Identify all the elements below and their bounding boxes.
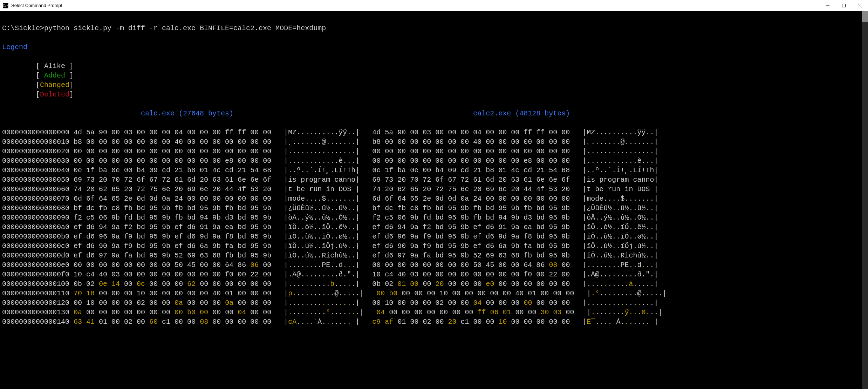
ascii-left: ................ (288, 147, 355, 155)
offset: 00000000000000f0 (2, 270, 69, 279)
offset: 0000000000000030 (2, 157, 69, 165)
hex-left: 00 10 00 00 00 02 00 00 0a 00 00 00 0a 0… (74, 299, 271, 307)
hex-left: 63 41 01 00 02 00 60 c1 00 00 08 00 00 0… (74, 318, 271, 326)
header-left: calc.exe (27648 bytes) (141, 109, 233, 118)
offset: 0000000000000130 (2, 308, 69, 316)
offset: 0000000000000110 (2, 289, 69, 297)
hex-left: 0a 00 00 00 00 00 00 00 00 b0 00 00 00 0… (74, 308, 271, 316)
hex-left: 4d 5a 90 00 03 00 00 00 04 00 00 00 ff f… (74, 128, 271, 136)
hex-right: f2 c5 06 9b fd bd 95 9b fb bd 94 9b d3 b… (372, 214, 570, 222)
ascii-right: mode....$....... (587, 195, 654, 203)
offset: 0000000000000120 (2, 299, 69, 307)
maximize-button[interactable] (836, 0, 852, 11)
terminal-area[interactable]: C:\Sickle>python sickle.py -m diff -r ca… (0, 11, 868, 389)
offset: 00000000000000a0 (2, 223, 69, 231)
hex-left: b8 00 00 00 00 00 00 00 40 00 00 00 00 0… (74, 138, 271, 146)
prompt: C:\Sickle>python sickle.py -m diff -r ca… (2, 24, 326, 32)
hexdump-row: 0000000000000080 bf dc fb c8 fb bd 95 9b… (2, 203, 866, 213)
legend-changed: Changed (40, 81, 69, 89)
ascii-right: ..........à..... (587, 280, 654, 288)
title-bar: C:\ Select Command Prompt (0, 0, 868, 11)
legend-deleted: Deleted (40, 90, 69, 99)
ascii-right: ¿ÜûÈû½..û½..û½.. (587, 204, 654, 212)
window-controls (820, 0, 868, 11)
hex-left: 00 00 00 00 00 00 00 00 50 45 00 00 64 8… (74, 261, 271, 269)
ascii-left: is program canno (288, 176, 355, 184)
ascii-left: ........PE..d... (288, 261, 355, 269)
scrollbar-track[interactable] (862, 11, 868, 389)
ascii-right: ¸.......@....... (587, 138, 654, 146)
hex-left: 00 00 00 00 00 00 00 00 00 00 00 00 e8 0… (74, 157, 271, 165)
ascii-right: is program canno (587, 176, 654, 184)
offset: 0000000000000000 (2, 128, 69, 136)
minimize-button[interactable] (820, 0, 836, 11)
offset: 0000000000000010 (2, 138, 69, 146)
ascii-right: ïÖ..ù½..ïÖj.ú½.. (587, 242, 654, 250)
hex-right: 00 00 00 00 00 00 00 00 00 00 00 00 e8 0… (372, 157, 570, 165)
hexdump-row: 00000000000000a0 ef d6 94 9a f2 bd 95 9b… (2, 222, 866, 232)
offset: 0000000000000050 (2, 176, 69, 184)
ascii-right: ..º..´.Í!¸.LÍ!Th (587, 166, 654, 174)
hexdump-row: 00000000000000e0 00 00 00 00 00 00 00 00… (2, 260, 866, 270)
window-title: Select Command Prompt (11, 3, 62, 8)
hex-right: b8 00 00 00 00 00 00 00 40 00 00 00 00 0… (372, 138, 570, 146)
hexdump-row: 00000000000000d0 ef d6 97 9a fa bd 95 9b… (2, 251, 866, 260)
hex-left: ef d6 97 9a fa bd 95 9b 52 69 63 68 fb b… (74, 251, 271, 260)
hexdump-row: 0000000000000030 00 00 00 00 00 00 00 00… (2, 156, 866, 166)
ascii-right: ................ (587, 147, 654, 155)
hex-left: 6d 6f 64 65 2e 0d 0d 0a 24 00 00 00 00 0… (74, 195, 271, 203)
ascii-left: ..........b..... (288, 280, 355, 288)
hexdump-row: 0000000000000050 69 73 20 70 72 6f 67 72… (2, 175, 866, 185)
hex-right: 69 73 20 70 72 6f 67 72 61 6d 20 63 61 6… (372, 176, 570, 184)
header-right: calc2.exe (48128 bytes) (473, 109, 570, 118)
offset: 00000000000000b0 (2, 233, 69, 241)
offset: 0000000000000060 (2, 185, 69, 193)
hex-right: 6d 6f 64 65 2e 0d 0d 0a 24 00 00 00 00 0… (372, 195, 570, 203)
hexdump-row: 0000000000000140 63 41 01 00 02 00 60 c1… (2, 317, 866, 327)
offset: 0000000000000080 (2, 204, 69, 212)
offset: 00000000000000d0 (2, 251, 69, 260)
ascii-left: ..º..´.Í!¸.LÍ!Th (288, 166, 355, 174)
hex-right: 10 c4 40 03 00 00 00 00 00 00 00 00 f0 0… (372, 270, 570, 279)
hex-right: c9 af 01 00 02 00 20 c1 00 00 10 00 00 0… (372, 318, 570, 326)
ascii-left: ïÖ..ù½..ïÖj.ú½.. (288, 242, 355, 250)
ascii-right: òÅ..ý½..û½..Ó½.. (587, 214, 654, 222)
hex-right: ef d6 94 9a f2 bd 95 9b ef d6 91 9a ea b… (372, 223, 570, 231)
hexdump-row: 0000000000000120 00 10 00 00 00 02 00 00… (2, 298, 866, 308)
hex-left: ef d6 90 9a f9 bd 95 9b ef d6 6a 9b fa b… (74, 242, 271, 250)
ascii-left: cA....`Á....... (288, 318, 355, 326)
hex-left: 0b 02 0e 14 00 0c 00 00 00 62 00 00 00 0… (74, 280, 271, 288)
ascii-left: mode....$....... (288, 195, 355, 203)
ascii-left: p..........@..... (288, 289, 360, 297)
ascii-right: .Ä@.........ð.". (587, 270, 654, 279)
ascii-right: ............è... (587, 157, 654, 165)
ascii-left: .Ä@.........ð.". (288, 270, 355, 279)
hex-left: 69 73 20 70 72 6f 67 72 61 6d 20 63 61 6… (74, 176, 271, 184)
title-left: C:\ Select Command Prompt (3, 3, 62, 8)
legend-title: Legend (2, 43, 27, 51)
hex-left: ef d6 96 9a f9 bd 95 9b ef d6 9d 9a f8 b… (74, 233, 271, 241)
ascii-right: É¯.... Á....... (587, 318, 654, 326)
legend-alike: Alike (44, 62, 65, 70)
ascii-right: ........ÿ...0... (591, 308, 658, 316)
hex-right: 04 00 00 00 00 00 00 00 ff 06 01 00 00 3… (376, 308, 574, 316)
hexdump-row: 0000000000000100 0b 02 0e 14 00 0c 00 00… (2, 279, 866, 289)
hex-left: 0e 1f ba 0e 00 b4 09 cd 21 b8 01 4c cd 2… (74, 166, 271, 174)
ascii-left: ïÖ..ù½..ïÖ..ø½.. (288, 233, 355, 241)
offset: 0000000000000090 (2, 214, 69, 222)
scrollbar-thumb[interactable] (862, 11, 868, 22)
hex-left: 00 00 00 00 00 00 00 00 00 00 00 00 00 0… (74, 147, 271, 155)
offset: 0000000000000100 (2, 280, 69, 288)
ascii-right: MZ..........ÿÿ.. (587, 128, 654, 136)
hexdump-row: 0000000000000090 f2 c5 06 9b fd bd 95 9b… (2, 213, 866, 222)
legend-added: Added (44, 72, 65, 80)
hex-right: ef d6 96 9a f9 bd 95 9b ef d6 9d 9a f8 b… (372, 233, 570, 241)
hex-left: 70 18 00 00 00 10 00 00 00 00 00 40 01 0… (74, 289, 271, 297)
hexdump-row: 0000000000000040 0e 1f ba 0e 00 b4 09 cd… (2, 166, 866, 175)
ascii-right: ïÖ..ò½..ïÖ..ê½.. (587, 223, 654, 231)
hex-right: 4d 5a 90 00 03 00 00 00 04 00 00 00 ff f… (372, 128, 570, 136)
hex-left: f2 c5 06 9b fd bd 95 9b fb bd 94 9b d3 b… (74, 214, 271, 222)
hexdump-row: 0000000000000010 b8 00 00 00 00 00 00 00… (2, 137, 866, 147)
close-button[interactable] (852, 0, 868, 11)
hex-right: 00 00 00 00 00 00 00 00 50 45 00 00 64 8… (372, 261, 570, 269)
